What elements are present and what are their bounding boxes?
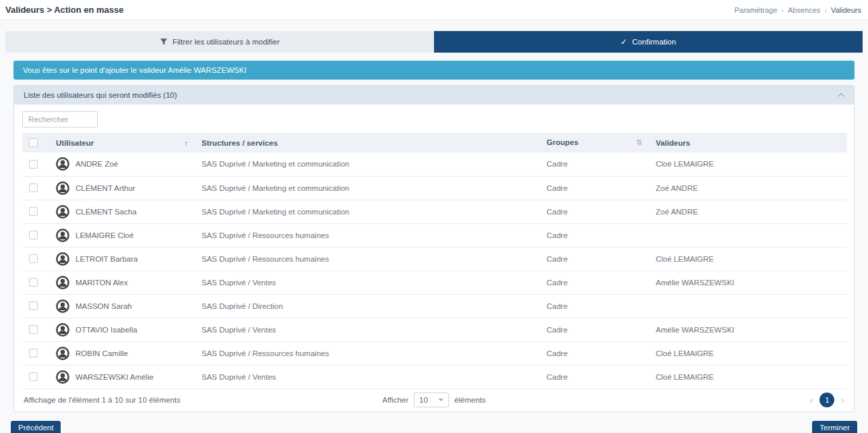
- caret-down-icon: [438, 399, 443, 401]
- user-avatar-icon: [56, 276, 69, 289]
- valideur-cell: Cloé LEMAIGRE: [649, 365, 847, 388]
- table-header-row: Utilisateur↑ Structures / services Group…: [22, 133, 847, 152]
- filter-icon: [160, 38, 168, 46]
- row-checkbox[interactable]: [29, 160, 38, 169]
- valideur-cell: Zoé ANDRE: [649, 176, 847, 200]
- column-header-utilisateur[interactable]: Utilisateur↑: [49, 133, 195, 152]
- user-name: CLÉMENT Sacha: [75, 208, 137, 216]
- table-row: CLÉMENT Arthur SAS Duprivé / Marketing e…: [22, 176, 847, 200]
- row-checkbox[interactable]: [29, 231, 38, 239]
- table-row: LETROIT Barbara SAS Duprivé / Ressources…: [22, 247, 847, 270]
- prev-page-icon[interactable]: ‹: [810, 395, 813, 405]
- table-row: CLÉMENT Sacha SAS Duprivé / Marketing et…: [22, 200, 847, 223]
- page-length-select[interactable]: 10: [414, 393, 449, 407]
- page-length-control: Afficher 10 éléments: [382, 393, 485, 407]
- panel-header[interactable]: Liste des utilisateurs qui seront modifi…: [14, 86, 854, 105]
- users-table: Utilisateur↑ Structures / services Group…: [22, 133, 847, 389]
- groupe-cell: Cadre: [540, 152, 649, 176]
- wizard-actions: Précédent Terminer: [5, 412, 863, 433]
- page-title: Valideurs > Action en masse: [5, 5, 123, 15]
- search-input[interactable]: [22, 111, 98, 127]
- breadcrumb-parametrage[interactable]: Paramétrage: [735, 6, 778, 14]
- structure-cell: SAS Duprivé / Ventes: [195, 270, 540, 294]
- groupe-cell: Cadre: [540, 318, 649, 341]
- row-checkbox[interactable]: [29, 325, 38, 334]
- breadcrumb-separator-icon: ›: [781, 6, 784, 14]
- row-checkbox[interactable]: [29, 372, 38, 381]
- column-header-structures[interactable]: Structures / services: [195, 133, 540, 152]
- tab-confirmation[interactable]: ✓ Confirmation: [434, 31, 863, 53]
- table-row: MASSON Sarah SAS Duprivé / Direction Cad…: [22, 294, 847, 318]
- row-checkbox[interactable]: [29, 183, 38, 192]
- user-avatar-icon: [56, 252, 69, 266]
- user-avatar-icon: [56, 323, 69, 337]
- structure-cell: SAS Duprivé / Marketing et communication: [195, 176, 540, 200]
- table-row: ROBIN Camille SAS Duprivé / Ressources h…: [22, 341, 847, 365]
- valideur-cell: [649, 223, 847, 247]
- groupe-cell: Cadre: [540, 341, 649, 365]
- breadcrumb-separator-icon: ›: [824, 6, 827, 14]
- valideur-cell: Cloé LEMAIGRE: [649, 247, 847, 270]
- valideur-cell: Zoé ANDRE: [649, 200, 847, 223]
- row-checkbox[interactable]: [29, 278, 38, 287]
- length-label-before: Afficher: [382, 396, 408, 404]
- panel-body: Utilisateur↑ Structures / services Group…: [14, 105, 854, 389]
- previous-button[interactable]: Précédent: [11, 421, 61, 433]
- tab-filter-users[interactable]: Filtrer les utilisateurs à modifier: [5, 31, 434, 53]
- sort-asc-icon[interactable]: ↑: [185, 139, 189, 147]
- structure-cell: SAS Duprivé / Ressources humaines: [195, 341, 540, 365]
- breadcrumb: Paramétrage › Absences › Valideurs: [735, 6, 861, 14]
- groupe-cell: Cadre: [540, 294, 649, 318]
- valideur-cell: [649, 294, 847, 318]
- check-icon: ✓: [621, 37, 627, 47]
- structure-cell: SAS Duprivé / Direction: [195, 294, 540, 318]
- chevron-up-icon: [838, 92, 844, 99]
- tab-filter-label: Filtrer les utilisateurs à modifier: [173, 38, 280, 46]
- top-header-bar: Valideurs > Action en masse Paramétrage …: [0, 0, 868, 20]
- user-avatar-icon: [56, 347, 69, 360]
- tab-confirmation-label: Confirmation: [632, 38, 676, 46]
- column-header-groupes[interactable]: Groupes⇅: [540, 133, 649, 152]
- user-name: WARSZEWSKI Amélie: [75, 373, 154, 381]
- structure-cell: SAS Duprivé / Ressources humaines: [195, 223, 540, 247]
- user-avatar-icon: [56, 370, 69, 384]
- next-page-icon[interactable]: ›: [841, 395, 844, 405]
- user-name: ANDRE Zoé: [75, 160, 118, 168]
- pagination-info: Affichage de l'élément 1 à 10 sur 10 élé…: [24, 396, 181, 404]
- page-length-value: 10: [419, 396, 428, 404]
- groupe-cell: Cadre: [540, 176, 649, 200]
- page-number-button[interactable]: 1: [819, 393, 834, 407]
- user-avatar-icon: [56, 229, 69, 242]
- user-name: MARITON Alex: [75, 279, 128, 287]
- row-checkbox[interactable]: [29, 254, 38, 263]
- valideur-cell: Cloé LEMAIGRE: [649, 341, 847, 365]
- table-row: ANDRE Zoé SAS Duprivé / Marketing et com…: [22, 152, 847, 176]
- user-name: OTTAVIO Isabella: [75, 326, 137, 334]
- row-checkbox[interactable]: [29, 349, 38, 357]
- breadcrumb-valideurs[interactable]: Valideurs: [831, 6, 861, 14]
- column-header-valideurs[interactable]: Valideurs: [649, 133, 847, 152]
- groupe-cell: Cadre: [540, 270, 649, 294]
- user-name: CLÉMENT Arthur: [75, 184, 135, 192]
- groupe-cell: Cadre: [540, 365, 649, 388]
- groupe-cell: Cadre: [540, 200, 649, 223]
- table-row: OTTAVIO Isabella SAS Duprivé / Ventes Ca…: [22, 318, 847, 341]
- user-avatar-icon: [56, 205, 69, 219]
- length-label-after: éléments: [454, 396, 486, 404]
- row-checkbox[interactable]: [29, 301, 38, 310]
- sort-both-icon[interactable]: ⇅: [636, 138, 642, 147]
- finish-button[interactable]: Terminer: [812, 421, 857, 433]
- groupe-cell: Cadre: [540, 223, 649, 247]
- row-checkbox[interactable]: [29, 207, 38, 216]
- user-name: LETROIT Barbara: [75, 255, 137, 263]
- table-footer: Affichage de l'élément 1 à 10 sur 10 élé…: [14, 389, 854, 411]
- panel-title: Liste des utilisateurs qui seront modifi…: [24, 91, 177, 99]
- structure-cell: SAS Duprivé / Ressources humaines: [195, 247, 540, 270]
- confirmation-alert-banner: Vous êtes sur le point d'ajouter le vali…: [13, 61, 855, 80]
- select-all-checkbox[interactable]: [29, 138, 38, 147]
- breadcrumb-absences[interactable]: Absences: [788, 6, 820, 14]
- user-avatar-icon: [56, 157, 69, 171]
- valideur-cell: Cloé LEMAIGRE: [649, 152, 847, 176]
- structure-cell: SAS Duprivé / Ventes: [195, 365, 540, 388]
- table-row: LEMAIGRE Cloé SAS Duprivé / Ressources h…: [22, 223, 847, 247]
